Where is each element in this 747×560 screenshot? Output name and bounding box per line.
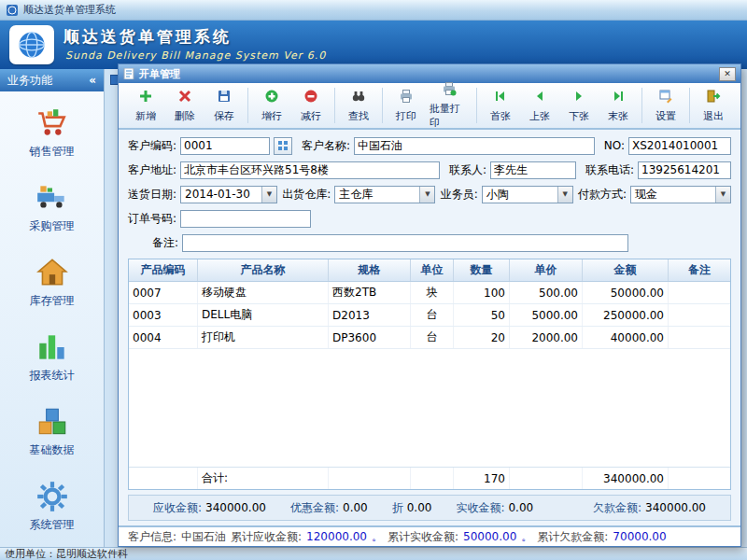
delete-icon [177,89,192,106]
column-header[interactable]: 单价 [510,259,583,281]
contact-input[interactable] [490,161,576,179]
cell-spec: D2013 [329,304,411,326]
sidebar-item-sales[interactable]: 销售管理 [0,95,104,170]
toolbar-separator [641,88,642,123]
close-icon[interactable]: ✕ [719,67,736,81]
batch-print-button[interactable]: 批量打印 [426,85,472,126]
sidebar-header-label: 业务功能 [7,73,52,89]
column-header[interactable]: 产品名称 [198,259,329,281]
cell-price: 500.00 [510,282,583,303]
toolbar-button-label: 下张 [569,109,589,123]
customer-lookup-button[interactable] [274,137,292,155]
column-header[interactable]: 数量 [454,259,510,281]
exit-button[interactable]: 退出 [694,85,733,126]
toolbar-button-label: 删除 [175,109,195,123]
cell-product-code: 0004 [129,327,198,348]
statusbar-separator: 。 [372,529,383,545]
sidebar-item-system[interactable]: 系统管理 [0,469,104,543]
cell-price: 2000.00 [510,327,583,348]
total-amount: 340000.00 [583,468,669,489]
grid-header: 产品编码 产品名称 规格 单位 数量 单价 金额 备注 [129,259,730,282]
print-button[interactable]: 打印 [387,85,426,126]
cell-product-name: 打印机 [198,327,329,348]
next-record-button[interactable]: 下张 [559,85,599,126]
billing-dialog: 开单管理 ✕ 新增 删除 保存 增行 减行 查找 [118,63,741,547]
first-record-button[interactable]: 首张 [481,85,520,126]
column-header[interactable]: 备注 [669,259,730,281]
app-subtitle: Sunda Delivery Bill Manage System Ver 6.… [65,49,326,62]
sidebar-item-reports[interactable]: 报表统计 [0,319,104,394]
table-row[interactable]: 0004 打印机 DP3600 台 20 2000.00 40000.00 [129,327,730,349]
new-button[interactable]: 新增 [126,85,165,126]
add-row-button[interactable]: 增行 [252,85,291,126]
table-row[interactable]: 0007 移动硬盘 西数2TB 块 100 500.00 50000.00 [129,282,730,304]
warehouse-select[interactable]: 主仓库 ▼ [334,186,435,203]
order-no-input[interactable] [180,210,311,228]
cell-qty: 20 [454,327,510,348]
bill-no-input[interactable] [628,137,731,155]
save-button[interactable]: 保存 [204,85,244,126]
bill-no-label: NO: [604,139,625,152]
sidebar-item-label: 报表统计 [30,368,75,384]
toolbar-button-label: 新增 [135,109,156,123]
cell-amount: 250000.00 [583,304,669,326]
grid-total-row: 合计: 170 340000.00 [129,467,730,489]
cubes-icon [35,404,70,440]
gear-icon [35,479,70,514]
column-header[interactable]: 规格 [329,259,411,281]
dialog-toolbar: 新增 删除 保存 增行 减行 查找 打印 批量打 [119,83,740,130]
column-header[interactable]: 单位 [411,259,454,281]
cell-remark [669,282,730,303]
sidebar-item-label: 采购管理 [30,218,75,234]
cell-unit: 块 [411,282,454,303]
delete-button[interactable]: 删除 [165,85,204,126]
prev-record-button[interactable]: 上张 [520,85,559,126]
search-button[interactable]: 查找 [339,85,378,126]
app-icon [6,4,19,17]
settings-button[interactable]: 设置 [646,85,685,126]
customer-name-label: 客户名称: [302,138,350,154]
customer-code-input[interactable] [180,137,270,155]
cell-amount: 40000.00 [583,327,669,348]
customer-code-label: 客户编码: [128,138,176,154]
total-arrears-label: 累计欠款金额: [537,529,608,545]
remark-input[interactable] [182,234,628,252]
save-icon [217,89,232,106]
chevron-down-icon: ▼ [419,187,434,203]
os-titlebar[interactable]: 顺达送货单管理系统 [0,0,747,21]
toolbar-button-label: 上张 [529,109,550,123]
sidebar-item-purchase[interactable]: 采购管理 [0,170,104,245]
salesman-select[interactable]: 小陶 ▼ [482,186,573,203]
payment-select[interactable]: 现金 ▼ [630,186,731,203]
column-header[interactable]: 金额 [583,259,669,281]
table-row[interactable]: 0003 DELL电脑 D2013 台 50 5000.00 250000.00 [129,304,730,327]
column-header[interactable]: 产品编码 [129,259,198,281]
arrears-amount: 欠款金额:340000.00 [593,500,706,516]
dialog-statusbar: 客户信息: 中国石油 累计应收金额: 120000.00 。 累计实收金额: 5… [119,525,740,546]
next-icon [571,89,586,106]
batch-print-icon [442,81,457,99]
dialog-titlebar[interactable]: 开单管理 ✕ [119,64,740,83]
sidebar-item-stock[interactable]: 库存管理 [0,245,104,319]
total-receivable-label: 累计应收金额: [231,529,302,545]
delivery-date-picker[interactable]: 2014-01-30 ▼ [180,186,277,203]
customer-name-input[interactable] [354,137,595,155]
globe-icon [14,28,49,62]
salesman-label: 业务员: [441,187,478,203]
address-label: 客户地址: [128,162,176,178]
address-input[interactable] [180,161,440,179]
phone-input[interactable] [638,161,731,179]
cell-unit: 台 [411,327,454,348]
sidebar: 业务功能 « 销售管理 采购管理 库存管理 报表统计 [0,69,105,547]
print-icon [399,89,414,106]
sidebar-collapse-button[interactable]: « [89,74,96,87]
toolbar-button-label: 保存 [214,109,234,123]
sidebar-item-basedata[interactable]: 基础数据 [0,394,104,469]
sidebar-item-label: 系统管理 [30,517,75,533]
os-statusbar-text: 使用单位：昆明顺达软件科 [5,547,128,560]
add-icon [138,89,153,106]
last-record-button[interactable]: 末张 [599,85,638,126]
order-no-label: 订单号码: [128,211,176,227]
remove-row-button[interactable]: 减行 [291,85,331,126]
cell-amount: 50000.00 [583,282,669,303]
